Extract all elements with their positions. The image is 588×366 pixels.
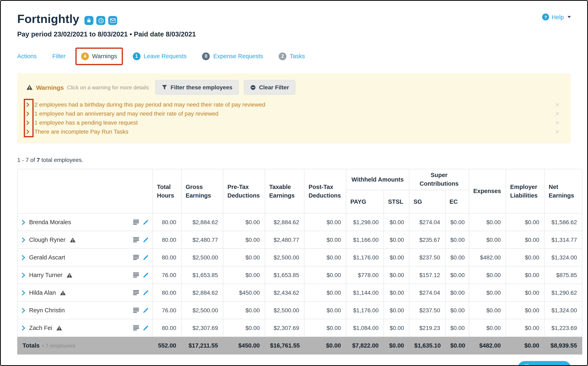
page-header: Fortnightly — [1, 1, 587, 26]
group-header-super-contributions: Super Contributions — [409, 169, 469, 190]
cell-sg: $219.23 — [409, 319, 445, 337]
mail-icon[interactable] — [108, 16, 117, 25]
employee-name[interactable]: Zach Fei — [29, 325, 52, 331]
employee-name-cell: Harry Turner — [17, 266, 153, 284]
employee-name[interactable]: Reyn Christin — [29, 307, 65, 313]
help-label: Help — [551, 14, 564, 20]
filter-these-employees-button[interactable]: Filter these employees — [155, 80, 239, 95]
expand-row-icon[interactable] — [22, 272, 25, 278]
edit-pencil-icon[interactable] — [143, 220, 148, 225]
employee-row: Harry Turner76.00$1,653.85$0.00$1,653.85… — [17, 266, 582, 284]
employee-row: Zach Fei80.00$2,307.69$0.00$2,307.69$0.0… — [17, 319, 582, 337]
edit-pencil-icon[interactable] — [143, 325, 148, 331]
dismiss-warning-icon[interactable]: × — [553, 101, 562, 108]
cell-stsl: $0.00 — [384, 319, 409, 337]
cell-gross-earnings: $2,307.69 — [181, 319, 223, 337]
expand-row-icon[interactable] — [22, 237, 25, 243]
help-icon: ? — [542, 14, 549, 21]
tab-filter[interactable]: Filter — [52, 53, 65, 60]
tab-badge-warnings: 4 — [81, 52, 89, 60]
cell-employer-liabilities: $0.00 — [506, 301, 544, 319]
tab-actions[interactable]: Actions — [17, 53, 37, 60]
filter-button-label: Filter these employees — [170, 84, 232, 91]
cell-gross-earnings: $2,884.62 — [181, 213, 223, 231]
cell-payg: $1,176.00 — [346, 249, 384, 266]
cell-gross-earnings: $1,653.85 — [181, 266, 223, 284]
chevron-down-icon — [567, 16, 571, 18]
edit-pencil-icon[interactable] — [143, 272, 148, 278]
tab-badge-expense-requests: 0 — [202, 52, 210, 60]
funnel-icon — [162, 85, 167, 90]
employee-name[interactable]: Hilda Alan — [29, 289, 56, 296]
notes-icon[interactable] — [133, 237, 139, 242]
notes-icon[interactable] — [133, 325, 139, 330]
chevron-right-icon — [26, 111, 34, 116]
cell-pre-tax-deductions: $0.00 — [223, 213, 265, 231]
cell-net-earnings: $1,324.00 — [544, 301, 582, 319]
cell-gross-earnings: $2,884.62 — [181, 284, 223, 301]
cell-employer-liabilities: $0.00 — [506, 284, 544, 301]
employee-name[interactable]: Gerald Ascart — [29, 254, 65, 261]
cell-total-hours: 80.00 — [153, 231, 181, 249]
employee-count: 1 - 7 of 7 total employees. — [17, 157, 571, 163]
dismiss-warning-icon[interactable]: × — [553, 128, 562, 135]
employee-name-cell: Gerald Ascart — [17, 249, 153, 266]
notes-icon[interactable] — [133, 220, 139, 225]
cell-total-hours: 80.00 — [153, 284, 181, 301]
expand-row-icon[interactable] — [22, 220, 25, 225]
notes-icon[interactable] — [133, 255, 139, 260]
title-icons — [85, 16, 117, 25]
employee-name[interactable]: Brenda Morales — [29, 219, 71, 225]
cell-employer-liabilities: $0.00 — [506, 249, 544, 266]
expand-row-icon[interactable] — [22, 290, 25, 295]
warning-icon — [69, 237, 75, 243]
clear-filter-button[interactable]: Clear Filter — [244, 80, 295, 95]
employee-name[interactable]: Clough Ryner — [29, 236, 65, 243]
employee-count-suffix: total employees. — [41, 157, 83, 163]
notes-icon[interactable] — [133, 308, 139, 313]
notes-icon[interactable] — [133, 290, 139, 295]
cell-stsl: $0.00 — [384, 231, 409, 249]
column-header-post-tax-deductions: Post-Tax Deductions — [304, 169, 346, 213]
cell-employer-liabilities: $0.00 — [506, 266, 544, 284]
cell-post-tax-deductions: $0.00 — [304, 319, 346, 337]
column-header-stsl: STSL — [384, 190, 409, 213]
tab-leave-requests[interactable]: 1Leave Requests — [133, 52, 187, 60]
employee-name[interactable]: Harry Turner — [29, 272, 62, 278]
edit-pencil-icon[interactable] — [143, 237, 148, 243]
clock-icon[interactable] — [97, 16, 106, 25]
notes-icon[interactable] — [133, 273, 139, 277]
dismiss-warning-icon[interactable]: × — [553, 110, 562, 117]
edit-pencil-icon[interactable] — [143, 290, 148, 295]
cell-pre-tax-deductions: $0.00 — [223, 301, 265, 319]
edit-pencil-icon[interactable] — [143, 255, 148, 260]
warning-item[interactable]: 1 employee had an anniversary and may ne… — [26, 109, 562, 118]
tab-tasks[interactable]: 2Tasks — [279, 52, 305, 60]
totals-label: Totals — [23, 342, 39, 349]
cell-taxable-earnings: $2,500.00 — [265, 301, 304, 319]
expand-row-icon[interactable] — [22, 255, 25, 260]
warning-item[interactable]: There are incomplete Pay Run Tasks× — [26, 127, 562, 136]
cell-expenses: $0.00 — [469, 319, 506, 337]
expand-row-icon[interactable] — [22, 325, 25, 331]
tab-warnings[interactable]: 4Warnings — [81, 52, 117, 60]
lock-icon[interactable] — [85, 16, 94, 25]
expand-row-icon[interactable] — [22, 308, 25, 313]
employee-name-cell: Reyn Christin — [17, 301, 153, 319]
totals-sublabel: • 7 employees — [42, 343, 75, 349]
support-button[interactable]: ? Support — [518, 361, 571, 366]
warning-item[interactable]: 1 employee has a pending leave request× — [26, 118, 562, 127]
edit-pencil-icon[interactable] — [143, 308, 148, 313]
dismiss-warning-icon[interactable]: × — [553, 119, 562, 126]
cell-taxable-earnings: $2,434.62 — [265, 284, 304, 301]
help-menu[interactable]: ? Help — [542, 14, 571, 21]
warning-item[interactable]: 2 employees had a birthday during this p… — [26, 100, 562, 109]
cell-expenses: $0.00 — [469, 301, 506, 319]
tab-expense-requests[interactable]: 0Expense Requests — [202, 52, 263, 60]
employee-name-cell: Brenda Morales — [17, 213, 153, 231]
totals-cell-stsl: $0.00 — [384, 337, 409, 354]
warnings-panel-title: Warnings — [36, 84, 64, 91]
employee-count-total: 7 — [37, 157, 40, 163]
cell-taxable-earnings: $2,307.69 — [265, 319, 304, 337]
cell-stsl: $0.00 — [384, 284, 409, 301]
